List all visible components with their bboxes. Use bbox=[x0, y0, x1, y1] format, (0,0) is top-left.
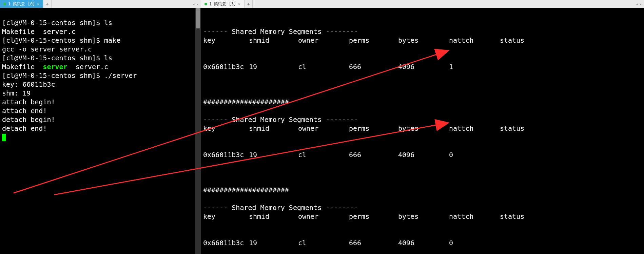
output-line: Makefile server.c bbox=[2, 27, 76, 36]
table-row: 0x66011b3c19cl66640960 bbox=[203, 238, 642, 247]
prompt-line: [cl@VM-0-15-centos shm]$ ls bbox=[2, 19, 112, 27]
output-line: key: 66011b3c bbox=[2, 80, 55, 88]
close-icon[interactable]: × bbox=[37, 0, 39, 8]
table-row: 0x66011b3c19cl66640961 bbox=[203, 62, 642, 71]
tab-label: 1 腾讯云 [0] bbox=[8, 0, 35, 8]
prompt-line: [cl@VM-0-15-centos shm]$ ./server bbox=[2, 71, 137, 80]
output-line: detach end! bbox=[2, 124, 47, 132]
output-line: attach end! bbox=[2, 107, 47, 115]
prompt-line: [cl@VM-0-15-centos shm]$ make bbox=[2, 36, 120, 44]
output-line: shm: 19 bbox=[2, 89, 31, 97]
table-header: keyshmidownerpermsbytesnattchstatus bbox=[203, 36, 642, 45]
status-dot-icon bbox=[204, 3, 207, 5]
close-icon[interactable]: × bbox=[238, 0, 240, 8]
output-line: Makefile server server.c bbox=[2, 63, 108, 71]
table-row: 0x66011b3c19cl66640960 bbox=[203, 150, 642, 159]
output-line: gcc -o server server.c bbox=[2, 45, 92, 53]
tab-scroll-left-icon[interactable]: ◂ bbox=[193, 2, 195, 6]
terminal-right[interactable]: ------ Shared Memory Segments -------- k… bbox=[201, 8, 644, 254]
table-header: keyshmidownerpermsbytesnattchstatus bbox=[203, 124, 642, 133]
status-dot-icon bbox=[3, 3, 6, 5]
tabbar-left: 1 腾讯云 [0] × + ◂ ▸ bbox=[0, 0, 201, 8]
tab-scroll-left-icon[interactable]: ◂ bbox=[636, 2, 638, 6]
output-line: attach begin! bbox=[2, 98, 55, 106]
new-tab-button[interactable]: + bbox=[43, 0, 52, 8]
output-line: detach begin! bbox=[2, 115, 55, 124]
scrollbar-vertical[interactable] bbox=[195, 8, 201, 254]
pane-right: 1 腾讯云 [3] × + ◂ ▸ ------ Shared Memory S… bbox=[201, 0, 644, 254]
tab-scroll-arrows: ◂ ▸ bbox=[191, 0, 201, 8]
executable-name: server bbox=[43, 63, 67, 71]
tab-label: 1 腾讯云 [3] bbox=[209, 0, 236, 8]
split-workspace: 1 腾讯云 [0] × + ◂ ▸ [cl@VM-0-15-centos shm… bbox=[0, 0, 644, 254]
scrollbar-thumb[interactable] bbox=[196, 8, 200, 28]
terminal-left[interactable]: [cl@VM-0-15-centos shm]$ ls Makefile ser… bbox=[0, 8, 201, 254]
tab-right-1[interactable]: 1 腾讯云 [3] × bbox=[201, 0, 245, 8]
divider-line: ##################### bbox=[203, 186, 289, 194]
tab-scroll-right-icon[interactable]: ▸ bbox=[640, 2, 642, 6]
prompt-line: [cl@VM-0-15-centos shm]$ ls bbox=[2, 54, 112, 62]
new-tab-button[interactable]: + bbox=[245, 0, 253, 8]
tab-scroll-right-icon[interactable]: ▸ bbox=[196, 2, 199, 6]
section-header: ------ Shared Memory Segments -------- bbox=[203, 115, 358, 124]
pane-left: 1 腾讯云 [0] × + ◂ ▸ [cl@VM-0-15-centos shm… bbox=[0, 0, 201, 254]
cursor-icon bbox=[2, 134, 6, 141]
tab-scroll-arrows: ◂ ▸ bbox=[634, 0, 644, 8]
table-header: keyshmidownerpermsbytesnattchstatus bbox=[203, 212, 642, 221]
section-header: ------ Shared Memory Segments -------- bbox=[203, 204, 358, 212]
section-header: ------ Shared Memory Segments -------- bbox=[203, 27, 358, 36]
divider-line: ##################### bbox=[203, 98, 289, 106]
tab-left-1[interactable]: 1 腾讯云 [0] × bbox=[0, 0, 43, 8]
tabbar-right: 1 腾讯云 [3] × + ◂ ▸ bbox=[201, 0, 644, 8]
